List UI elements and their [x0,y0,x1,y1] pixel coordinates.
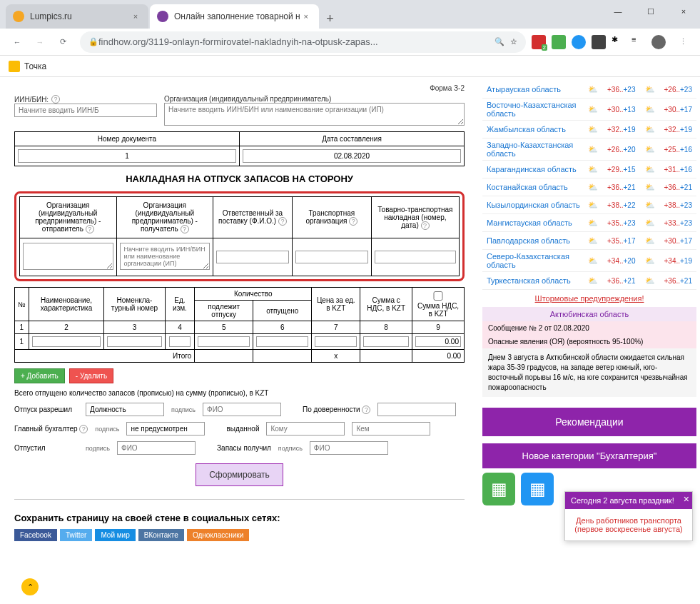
ok-button[interactable]: Одноклассники [187,529,249,541]
item-sum-input[interactable] [363,336,409,347]
minimize-button[interactable]: — [602,0,634,23]
received-fio-input[interactable] [310,441,388,455]
close-icon[interactable]: × [300,11,312,22]
doc-num-input[interactable] [18,149,236,163]
weather-icon: ⛅ [641,181,659,193]
region-link[interactable]: Жамбылская область [487,125,584,134]
vk-button[interactable]: ВКонтакте [138,529,184,541]
accountant-input[interactable] [126,422,205,436]
item-nds-input[interactable] [415,336,461,347]
item-unit-input[interactable] [169,336,191,347]
help-icon[interactable]: ? [362,406,370,414]
forward-button[interactable]: → [29,31,51,54]
region-link[interactable]: Павлодарская область [487,236,584,245]
item-name-input[interactable] [32,336,101,347]
reload-button[interactable]: ⟳ [51,31,74,54]
moimir-button[interactable]: Мой мир [95,529,135,541]
weather-icon: ⛅ [584,254,602,267]
table-row: 1 [15,334,465,350]
region-link[interactable]: Атырауская область [487,85,584,94]
sender-input[interactable] [23,243,113,270]
region-link[interactable]: Северо-Казахстанская область [487,252,584,269]
doc-info-table: Номер документаДата составления [14,131,465,166]
calculator-icon[interactable]: ▦ [521,473,554,505]
ext-icon[interactable] [552,35,566,49]
weather-icon: ⛅ [641,234,659,247]
proxy-input[interactable] [377,403,456,416]
maximize-button[interactable]: ☐ [634,0,667,23]
tab-icon [13,11,24,22]
nds-checkbox[interactable] [415,291,461,301]
org-textarea[interactable] [164,103,465,126]
iin-input[interactable] [14,104,157,117]
close-icon[interactable]: × [130,11,141,22]
weather-icon: ⛅ [584,216,602,229]
help-icon[interactable]: ? [278,217,287,226]
avatar[interactable] [651,35,666,49]
region-link[interactable]: Карагандинская область [487,165,584,173]
help-icon[interactable]: ? [86,225,94,233]
search-icon[interactable]: 🔍 [494,37,504,46]
weather-icon: ⛅ [641,143,659,156]
region-link[interactable]: Кызылординская область [487,201,584,209]
issued-by-input[interactable] [352,422,430,436]
new-tab-button[interactable]: + [320,9,340,29]
social-title: Сохранить страницу на своей стене в соци… [14,513,465,523]
doc-date-input[interactable] [243,149,461,163]
item-price-input[interactable] [315,336,357,347]
weather-icon: ⛅ [641,103,659,116]
weather-icon: ⛅ [641,198,659,211]
menu-icon[interactable]: ⋮ [671,31,694,54]
warning-link[interactable]: Штормовые предупреждения! [482,290,696,307]
ttn-input[interactable] [375,251,456,263]
holiday-text[interactable]: День работников транспорта (первое воскр… [565,509,692,540]
help-icon[interactable]: ? [349,217,357,226]
browser-tab-2[interactable]: Онлайн заполнение товарной н × [150,4,319,29]
help-icon[interactable]: ? [421,221,430,230]
bookmarks-bar: Точка [0,56,700,77]
fio-input[interactable] [203,403,281,416]
help-icon[interactable]: ? [181,225,189,233]
delete-button[interactable]: - Удалить [69,368,113,383]
ext-icon[interactable] [592,35,606,49]
lock-icon: 🔒 [88,37,98,46]
new-category-box[interactable]: Новое категории "Бухгалтерия" [482,443,696,468]
star-icon[interactable]: ☆ [510,37,517,46]
transport-org-input[interactable] [295,251,368,263]
region-link[interactable]: Западно-Казахстанская область [487,141,584,158]
scroll-top-button[interactable]: ⌃ [21,578,39,595]
facebook-button[interactable]: Facebook [14,529,57,541]
recommendations-box[interactable]: Рекомендации [482,408,696,436]
released-fio-input[interactable] [117,441,196,455]
extensions-icon[interactable]: ✱ [612,35,626,49]
url-bar[interactable]: 🔒 findhow.org/3119-onlayn-formirovatel-n… [80,31,526,53]
twitter-button[interactable]: Twitter [60,529,92,541]
add-button[interactable]: + Добавить [14,368,65,383]
weather-icon: ⛅ [584,181,602,193]
submit-button[interactable]: Сформировать [196,463,283,486]
item-qty1-input[interactable] [198,336,250,347]
ext-icon[interactable]: 2 [532,35,546,49]
reader-icon[interactable]: ≡ [631,35,646,49]
iin-label: ИИН/БИН: [14,96,49,104]
calculator-icon[interactable]: ▦ [482,473,515,505]
help-icon[interactable]: ? [79,425,88,433]
responsible-input[interactable] [216,251,289,263]
position-input[interactable] [86,403,164,416]
browser-tab-1[interactable]: Lumpics.ru × [6,4,148,29]
region-link[interactable]: Туркестанская область [487,276,584,285]
help-icon[interactable]: ? [51,95,60,104]
bookmark-folder[interactable]: Точка [9,61,46,72]
close-icon[interactable]: × [684,493,689,505]
back-button[interactable]: ← [6,31,29,54]
region-link[interactable]: Мангистауская область [487,218,584,227]
weather-icon: ⛅ [584,163,602,176]
issued-to-input[interactable] [266,422,345,436]
region-link[interactable]: Восточно-Казахстанская область [487,101,584,118]
ext-icon[interactable] [572,35,586,49]
region-link[interactable]: Костанайская область [487,183,584,191]
item-qty2-input[interactable] [256,336,308,347]
close-button[interactable]: × [667,0,700,23]
item-nomen-input[interactable] [107,336,162,347]
receiver-input[interactable] [120,243,210,270]
